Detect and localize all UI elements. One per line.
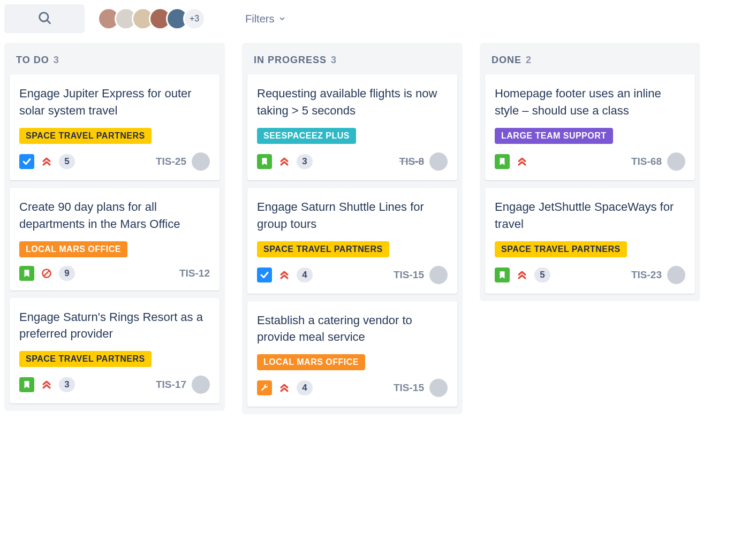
board-toolbar: +3 Filters [4, 4, 752, 33]
story-type-icon [495, 268, 510, 282]
epic-tag[interactable]: SPACE TRAVEL PARTNERS [19, 351, 152, 367]
issue-key: TIS-15 [394, 382, 424, 394]
priority-highest-icon [41, 156, 52, 167]
epic-tag[interactable]: LOCAL MARS OFFICE [19, 241, 127, 257]
issue-card[interactable]: Establish a catering vendor to provide m… [247, 301, 457, 407]
issue-title: Engage Jupiter Express for outer solar s… [19, 85, 210, 119]
issue-key: TIS-23 [631, 269, 662, 281]
search-icon [37, 10, 52, 27]
avatar-overflow[interactable]: +3 [183, 7, 206, 30]
priority-highest-icon [278, 156, 290, 167]
story-type-icon [257, 154, 272, 169]
issue-title: Homepage footer uses an inline style – s… [495, 85, 685, 119]
issue-card[interactable]: Engage Saturn Shuttle Lines for group to… [247, 188, 457, 294]
priority-highest-icon [278, 382, 290, 394]
issue-title: Establish a catering vendor to provide m… [257, 312, 448, 346]
epic-tag[interactable]: LARGE TEAM SUPPORT [495, 128, 613, 144]
issue-title: Engage Saturn Shuttle Lines for group to… [257, 198, 448, 233]
issue-key: TIS-68 [631, 156, 662, 167]
column-title: TO DO [16, 55, 49, 66]
issue-key: TIS-15 [394, 269, 424, 281]
priority-highest-icon [278, 269, 290, 281]
epic-tag[interactable]: SPACE TRAVEL PARTNERS [257, 241, 389, 257]
column-to-do: TO DO 3 Engage Jupiter Express for outer… [4, 43, 225, 411]
story-points: 4 [297, 380, 313, 395]
story-type-icon [19, 377, 34, 392]
priority-highest-icon [516, 156, 528, 167]
card-footer: 5 TIS-23 [495, 266, 685, 284]
filters-button[interactable]: Filters [245, 13, 286, 25]
task-type-icon [19, 154, 34, 169]
card-footer: 3 TIS-8 [257, 152, 448, 171]
issue-key: TIS-12 [179, 268, 210, 279]
issue-key: TIS-8 [399, 156, 424, 167]
assignee-avatar[interactable] [429, 379, 448, 397]
story-points: 5 [59, 154, 75, 169]
assignee-avatar[interactable] [667, 266, 685, 284]
kanban-board: TO DO 3 Engage Jupiter Express for outer… [4, 43, 752, 414]
story-points: 3 [59, 377, 75, 392]
story-type-icon [19, 266, 34, 281]
assignee-avatar[interactable] [192, 376, 210, 394]
card-footer: 5 TIS-25 [19, 152, 210, 171]
priority-highest-icon [516, 269, 528, 281]
issue-title: Requesting available flights is now taki… [257, 85, 448, 119]
column-count: 3 [54, 55, 59, 66]
card-footer: 3 TIS-17 [19, 376, 210, 394]
column-header: TO DO 3 [10, 49, 220, 74]
search-input[interactable] [4, 4, 85, 33]
issue-card[interactable]: Requesting available flights is now taki… [247, 74, 457, 180]
issue-key: TIS-25 [156, 156, 186, 167]
story-points: 4 [297, 268, 313, 282]
priority-highest-icon [41, 379, 52, 391]
column-title: DONE [492, 55, 521, 66]
assignee-avatar[interactable] [192, 152, 210, 171]
story-points: 5 [534, 268, 550, 282]
assignee-avatars: +3 [97, 7, 206, 30]
card-footer: 9 TIS-12 [19, 266, 210, 281]
story-points: 3 [297, 154, 313, 169]
epic-tag[interactable]: LOCAL MARS OFFICE [257, 354, 365, 370]
card-footer: TIS-68 [495, 152, 685, 171]
column-in-progress: IN PROGRESS 3 Requesting available fligh… [242, 43, 463, 414]
issue-card[interactable]: Homepage footer uses an inline style – s… [485, 74, 695, 180]
assignee-avatar[interactable] [667, 152, 685, 171]
priority-blocker-icon [41, 268, 52, 279]
column-count: 3 [331, 55, 337, 66]
epic-tag[interactable]: SPACE TRAVEL PARTNERS [495, 241, 627, 257]
subtask-type-icon [257, 380, 272, 395]
epic-tag[interactable]: SPACE TRAVEL PARTNERS [19, 128, 152, 144]
column-title: IN PROGRESS [254, 55, 327, 66]
story-points: 9 [59, 266, 75, 281]
issue-card[interactable]: Engage Saturn's Rings Resort as a prefer… [10, 298, 220, 404]
issue-card[interactable]: Create 90 day plans for all departments … [10, 188, 220, 291]
story-type-icon [495, 154, 510, 169]
column-header: DONE 2 [485, 49, 695, 74]
issue-title: Create 90 day plans for all departments … [19, 198, 210, 233]
issue-title: Engage Saturn's Rings Resort as a prefer… [19, 309, 210, 343]
issue-title: Engage JetShuttle SpaceWays for travel [495, 198, 685, 233]
task-type-icon [257, 268, 272, 282]
card-footer: 4 TIS-15 [257, 266, 448, 284]
issue-card[interactable]: Engage Jupiter Express for outer solar s… [10, 74, 220, 180]
chevron-down-icon [278, 13, 286, 25]
card-footer: 4 TIS-15 [257, 379, 448, 397]
epic-tag[interactable]: SEESPACEEZ PLUS [257, 128, 356, 144]
issue-card[interactable]: Engage JetShuttle SpaceWays for travel S… [485, 188, 695, 294]
column-header: IN PROGRESS 3 [247, 49, 457, 74]
issue-key: TIS-17 [156, 379, 186, 391]
column-done: DONE 2 Homepage footer uses an inline st… [480, 43, 700, 301]
column-count: 2 [526, 55, 532, 66]
filters-label: Filters [245, 13, 274, 25]
assignee-avatar[interactable] [429, 266, 448, 284]
assignee-avatar[interactable] [429, 152, 448, 171]
